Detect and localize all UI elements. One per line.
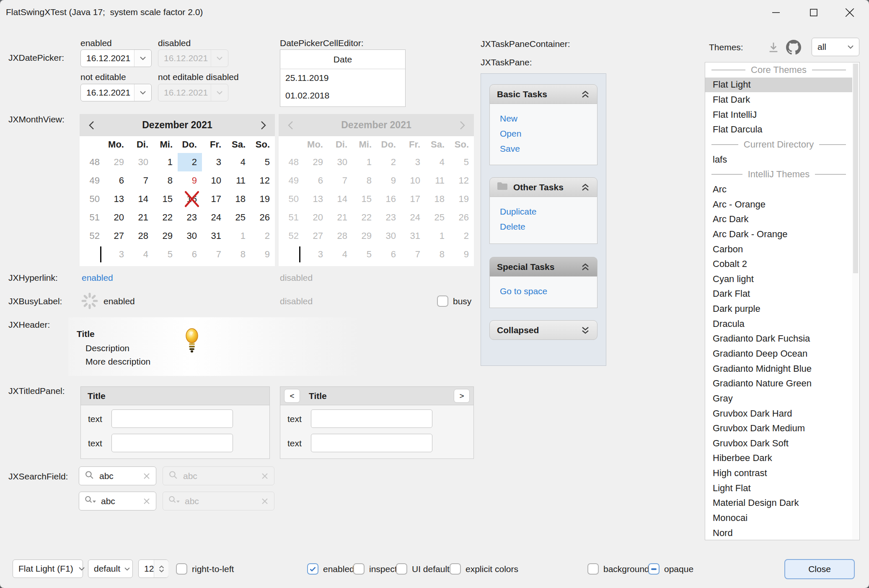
- day-cell[interactable]: 10: [202, 171, 226, 190]
- theme-item[interactable]: Flat Dark: [705, 92, 852, 107]
- day-cell[interactable]: 29: [153, 227, 178, 245]
- themes-filter-combo[interactable]: all: [812, 38, 859, 56]
- date-column-header[interactable]: Date: [280, 50, 405, 69]
- checkbox-group-opaque[interactable]: opaque: [648, 563, 693, 575]
- day-cell[interactable]: 13: [105, 190, 129, 208]
- day-cell[interactable]: 4: [129, 245, 153, 264]
- day-cell[interactable]: 8: [226, 245, 251, 264]
- day-cell[interactable]: 22: [153, 208, 178, 227]
- checkbox-group-explicit-colors[interactable]: explicit colors: [450, 563, 518, 575]
- search-input[interactable]: abc: [101, 496, 138, 506]
- checkbox-group-background[interactable]: background: [587, 563, 649, 575]
- theme-item[interactable]: Flat IntelliJ: [705, 107, 852, 122]
- theme-item[interactable]: High contrast: [705, 466, 852, 481]
- day-cell[interactable]: 21: [129, 208, 153, 227]
- checkbox[interactable]: [307, 563, 318, 575]
- clear-icon[interactable]: [142, 497, 151, 505]
- chevron-down-icon[interactable]: [73, 560, 90, 578]
- day-cell[interactable]: 24: [202, 208, 226, 227]
- scrollbar-track[interactable]: [852, 63, 859, 539]
- checkbox-group-ui-defaults[interactable]: UI defaults: [396, 563, 454, 575]
- minimize-icon[interactable]: [761, 0, 791, 25]
- day-cell[interactable]: 11: [226, 171, 251, 190]
- search-icon[interactable]: [84, 470, 95, 482]
- theme-item[interactable]: Gray: [705, 391, 852, 406]
- checkbox-group-inspect[interactable]: inspect: [353, 563, 397, 575]
- day-cell[interactable]: 27: [105, 227, 129, 245]
- day-cell[interactable]: 7: [202, 245, 226, 264]
- day-cell[interactable]: 17: [202, 190, 226, 208]
- github-icon[interactable]: [786, 40, 801, 57]
- theme-item[interactable]: Gruvbox Dark Hard: [705, 406, 852, 421]
- task-link[interactable]: Save: [500, 141, 597, 156]
- laf-combo[interactable]: Flat Light (F1): [13, 560, 83, 578]
- theme-item[interactable]: Flat Light: [705, 78, 852, 93]
- datepicker-not-editable[interactable]: 16.12.2021: [80, 84, 152, 101]
- task-link[interactable]: Delete: [500, 219, 597, 234]
- checkbox-group-right-to-left[interactable]: right-to-left: [176, 563, 234, 575]
- checkbox[interactable]: [396, 563, 407, 575]
- chevron-double-down-icon[interactable]: [581, 326, 590, 335]
- day-cell[interactable]: 14: [129, 190, 153, 208]
- checkbox[interactable]: [450, 563, 461, 575]
- datepicker-enabled[interactable]: 16.12.2021: [80, 49, 152, 67]
- themes-list[interactable]: Core ThemesFlat LightFlat DarkFlat Intel…: [705, 62, 860, 540]
- theme-item[interactable]: lafs: [705, 152, 852, 167]
- table-row[interactable]: 25.11.2019: [280, 69, 405, 87]
- theme-item[interactable]: Gruvbox Dark Medium: [705, 421, 852, 436]
- task-link[interactable]: New: [500, 111, 597, 126]
- download-icon[interactable]: [767, 41, 780, 55]
- day-cell[interactable]: 5: [153, 245, 178, 264]
- chevron-double-up-icon[interactable]: [581, 262, 590, 272]
- taskpane-header[interactable]: Other Tasks: [489, 177, 597, 197]
- theme-item[interactable]: Dracula: [705, 316, 852, 332]
- theme-item[interactable]: Gradianto Midnight Blue: [705, 361, 852, 376]
- table-row[interactable]: 01.02.2018: [280, 87, 405, 104]
- theme-item[interactable]: Gruvbox Dark Soft: [705, 436, 852, 451]
- day-cell[interactable]: 6: [178, 245, 202, 264]
- clear-icon[interactable]: [142, 472, 151, 480]
- titled-panel-left-button[interactable]: <: [284, 389, 300, 403]
- theme-item[interactable]: Material Design Dark: [705, 496, 852, 511]
- checkbox[interactable]: [587, 563, 599, 575]
- search-dropdown-icon[interactable]: [84, 495, 96, 508]
- font-style-combo[interactable]: default: [88, 560, 133, 578]
- hyperlink-enabled[interactable]: enabled: [82, 273, 113, 283]
- day-cell[interactable]: 18: [226, 190, 251, 208]
- day-cell[interactable]: 7: [129, 171, 153, 190]
- day-cell[interactable]: 28: [129, 227, 153, 245]
- taskpane-header[interactable]: Collapsed: [489, 320, 597, 340]
- titled-panel-text-field[interactable]: [311, 434, 432, 452]
- theme-item[interactable]: Light Flat: [705, 481, 852, 496]
- day-cell[interactable]: 30: [178, 227, 202, 245]
- search-field[interactable]: abc: [79, 492, 156, 510]
- chevron-double-up-icon[interactable]: [581, 183, 590, 192]
- theme-item[interactable]: Dark purple: [705, 301, 852, 316]
- day-cell[interactable]: 1: [153, 153, 178, 171]
- taskpane-header[interactable]: Special Tasks: [489, 257, 597, 277]
- day-cell[interactable]: 9: [251, 245, 275, 264]
- titled-panel-text-field[interactable]: [111, 434, 233, 452]
- font-size-spinner[interactable]: 12: [138, 560, 168, 578]
- day-cell[interactable]: 2: [251, 227, 275, 245]
- day-cell[interactable]: 23: [178, 208, 202, 227]
- day-cell[interactable]: 16: [178, 190, 202, 208]
- busy-checkbox-group[interactable]: busy: [437, 295, 471, 307]
- theme-item[interactable]: Arc Dark - Orange: [705, 227, 852, 242]
- theme-item[interactable]: Cyan light: [705, 272, 852, 287]
- monthview-enabled[interactable]: Dezember 2021Mo.Di.Mi.Do.Fr.Sa.So.482930…: [80, 114, 275, 266]
- checkbox[interactable]: [176, 563, 187, 575]
- theme-item[interactable]: Monocai: [705, 510, 852, 526]
- theme-item[interactable]: Carbon: [705, 242, 852, 257]
- theme-item[interactable]: Flat Darcula: [705, 122, 852, 137]
- chevron-down-icon[interactable]: [134, 50, 151, 67]
- theme-item[interactable]: Gradianto Nature Green: [705, 376, 852, 391]
- chevron-down-icon[interactable]: [120, 560, 134, 578]
- chevron-double-up-icon[interactable]: [581, 90, 590, 99]
- taskpane-header[interactable]: Basic Tasks: [489, 84, 597, 104]
- day-cell[interactable]: 12: [251, 171, 275, 190]
- search-field[interactable]: abc: [79, 466, 156, 485]
- theme-item[interactable]: Gradianto Deep Ocean: [705, 346, 852, 361]
- day-cell[interactable]: 26: [251, 208, 275, 227]
- spinner-up-down-icons[interactable]: [154, 560, 168, 578]
